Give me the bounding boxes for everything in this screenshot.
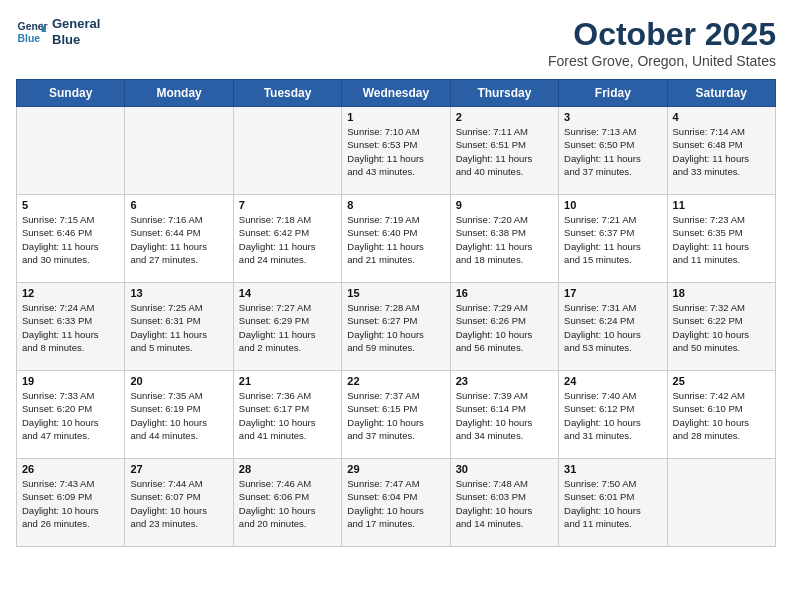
week-row-4: 19Sunrise: 7:33 AM Sunset: 6:20 PM Dayli… [17,371,776,459]
day-info: Sunrise: 7:24 AM Sunset: 6:33 PM Dayligh… [22,301,119,354]
day-info: Sunrise: 7:16 AM Sunset: 6:44 PM Dayligh… [130,213,227,266]
page-header: General Blue General Blue October 2025 F… [16,16,776,69]
day-cell-13: 13Sunrise: 7:25 AM Sunset: 6:31 PM Dayli… [125,283,233,371]
day-cell-30: 30Sunrise: 7:48 AM Sunset: 6:03 PM Dayli… [450,459,558,547]
day-cell-23: 23Sunrise: 7:39 AM Sunset: 6:14 PM Dayli… [450,371,558,459]
day-number: 22 [347,375,444,387]
day-info: Sunrise: 7:25 AM Sunset: 6:31 PM Dayligh… [130,301,227,354]
day-number: 11 [673,199,770,211]
location: Forest Grove, Oregon, United States [548,53,776,69]
weekday-header-sunday: Sunday [17,80,125,107]
weekday-header-wednesday: Wednesday [342,80,450,107]
day-number: 15 [347,287,444,299]
day-info: Sunrise: 7:31 AM Sunset: 6:24 PM Dayligh… [564,301,661,354]
day-info: Sunrise: 7:42 AM Sunset: 6:10 PM Dayligh… [673,389,770,442]
day-info: Sunrise: 7:48 AM Sunset: 6:03 PM Dayligh… [456,477,553,530]
day-number: 19 [22,375,119,387]
day-cell-25: 25Sunrise: 7:42 AM Sunset: 6:10 PM Dayli… [667,371,775,459]
day-info: Sunrise: 7:27 AM Sunset: 6:29 PM Dayligh… [239,301,336,354]
day-cell-2: 2Sunrise: 7:11 AM Sunset: 6:51 PM Daylig… [450,107,558,195]
day-number: 28 [239,463,336,475]
week-row-3: 12Sunrise: 7:24 AM Sunset: 6:33 PM Dayli… [17,283,776,371]
day-info: Sunrise: 7:33 AM Sunset: 6:20 PM Dayligh… [22,389,119,442]
empty-cell [125,107,233,195]
day-cell-26: 26Sunrise: 7:43 AM Sunset: 6:09 PM Dayli… [17,459,125,547]
day-cell-14: 14Sunrise: 7:27 AM Sunset: 6:29 PM Dayli… [233,283,341,371]
day-number: 4 [673,111,770,123]
weekday-header-saturday: Saturday [667,80,775,107]
day-number: 18 [673,287,770,299]
day-info: Sunrise: 7:18 AM Sunset: 6:42 PM Dayligh… [239,213,336,266]
day-number: 23 [456,375,553,387]
days-header-row: SundayMondayTuesdayWednesdayThursdayFrid… [17,80,776,107]
day-info: Sunrise: 7:50 AM Sunset: 6:01 PM Dayligh… [564,477,661,530]
day-info: Sunrise: 7:14 AM Sunset: 6:48 PM Dayligh… [673,125,770,178]
day-cell-10: 10Sunrise: 7:21 AM Sunset: 6:37 PM Dayli… [559,195,667,283]
day-number: 25 [673,375,770,387]
day-number: 13 [130,287,227,299]
day-number: 6 [130,199,227,211]
day-number: 12 [22,287,119,299]
day-number: 1 [347,111,444,123]
day-info: Sunrise: 7:19 AM Sunset: 6:40 PM Dayligh… [347,213,444,266]
day-cell-29: 29Sunrise: 7:47 AM Sunset: 6:04 PM Dayli… [342,459,450,547]
day-number: 20 [130,375,227,387]
day-info: Sunrise: 7:43 AM Sunset: 6:09 PM Dayligh… [22,477,119,530]
day-cell-11: 11Sunrise: 7:23 AM Sunset: 6:35 PM Dayli… [667,195,775,283]
month-title: October 2025 [548,16,776,53]
logo-text: General Blue [52,16,100,47]
day-cell-3: 3Sunrise: 7:13 AM Sunset: 6:50 PM Daylig… [559,107,667,195]
week-row-1: 1Sunrise: 7:10 AM Sunset: 6:53 PM Daylig… [17,107,776,195]
day-number: 2 [456,111,553,123]
day-cell-18: 18Sunrise: 7:32 AM Sunset: 6:22 PM Dayli… [667,283,775,371]
day-cell-12: 12Sunrise: 7:24 AM Sunset: 6:33 PM Dayli… [17,283,125,371]
day-number: 3 [564,111,661,123]
day-info: Sunrise: 7:11 AM Sunset: 6:51 PM Dayligh… [456,125,553,178]
day-info: Sunrise: 7:20 AM Sunset: 6:38 PM Dayligh… [456,213,553,266]
day-number: 17 [564,287,661,299]
day-info: Sunrise: 7:21 AM Sunset: 6:37 PM Dayligh… [564,213,661,266]
day-cell-22: 22Sunrise: 7:37 AM Sunset: 6:15 PM Dayli… [342,371,450,459]
weekday-header-thursday: Thursday [450,80,558,107]
day-cell-15: 15Sunrise: 7:28 AM Sunset: 6:27 PM Dayli… [342,283,450,371]
day-cell-24: 24Sunrise: 7:40 AM Sunset: 6:12 PM Dayli… [559,371,667,459]
day-info: Sunrise: 7:13 AM Sunset: 6:50 PM Dayligh… [564,125,661,178]
day-cell-28: 28Sunrise: 7:46 AM Sunset: 6:06 PM Dayli… [233,459,341,547]
day-cell-4: 4Sunrise: 7:14 AM Sunset: 6:48 PM Daylig… [667,107,775,195]
day-number: 7 [239,199,336,211]
day-number: 31 [564,463,661,475]
day-number: 27 [130,463,227,475]
day-number: 24 [564,375,661,387]
day-number: 14 [239,287,336,299]
day-info: Sunrise: 7:32 AM Sunset: 6:22 PM Dayligh… [673,301,770,354]
day-info: Sunrise: 7:28 AM Sunset: 6:27 PM Dayligh… [347,301,444,354]
day-info: Sunrise: 7:23 AM Sunset: 6:35 PM Dayligh… [673,213,770,266]
weekday-header-friday: Friday [559,80,667,107]
week-row-5: 26Sunrise: 7:43 AM Sunset: 6:09 PM Dayli… [17,459,776,547]
calendar-table: SundayMondayTuesdayWednesdayThursdayFrid… [16,79,776,547]
weekday-header-tuesday: Tuesday [233,80,341,107]
day-info: Sunrise: 7:44 AM Sunset: 6:07 PM Dayligh… [130,477,227,530]
title-block: October 2025 Forest Grove, Oregon, Unite… [548,16,776,69]
day-cell-6: 6Sunrise: 7:16 AM Sunset: 6:44 PM Daylig… [125,195,233,283]
day-cell-20: 20Sunrise: 7:35 AM Sunset: 6:19 PM Dayli… [125,371,233,459]
day-info: Sunrise: 7:46 AM Sunset: 6:06 PM Dayligh… [239,477,336,530]
day-number: 10 [564,199,661,211]
day-cell-8: 8Sunrise: 7:19 AM Sunset: 6:40 PM Daylig… [342,195,450,283]
day-info: Sunrise: 7:10 AM Sunset: 6:53 PM Dayligh… [347,125,444,178]
day-info: Sunrise: 7:35 AM Sunset: 6:19 PM Dayligh… [130,389,227,442]
week-row-2: 5Sunrise: 7:15 AM Sunset: 6:46 PM Daylig… [17,195,776,283]
day-cell-7: 7Sunrise: 7:18 AM Sunset: 6:42 PM Daylig… [233,195,341,283]
day-number: 8 [347,199,444,211]
day-cell-5: 5Sunrise: 7:15 AM Sunset: 6:46 PM Daylig… [17,195,125,283]
day-cell-16: 16Sunrise: 7:29 AM Sunset: 6:26 PM Dayli… [450,283,558,371]
day-info: Sunrise: 7:37 AM Sunset: 6:15 PM Dayligh… [347,389,444,442]
svg-text:Blue: Blue [18,33,41,44]
logo-icon: General Blue [16,16,48,48]
day-number: 30 [456,463,553,475]
day-cell-31: 31Sunrise: 7:50 AM Sunset: 6:01 PM Dayli… [559,459,667,547]
day-info: Sunrise: 7:29 AM Sunset: 6:26 PM Dayligh… [456,301,553,354]
weekday-header-monday: Monday [125,80,233,107]
day-cell-27: 27Sunrise: 7:44 AM Sunset: 6:07 PM Dayli… [125,459,233,547]
day-info: Sunrise: 7:36 AM Sunset: 6:17 PM Dayligh… [239,389,336,442]
